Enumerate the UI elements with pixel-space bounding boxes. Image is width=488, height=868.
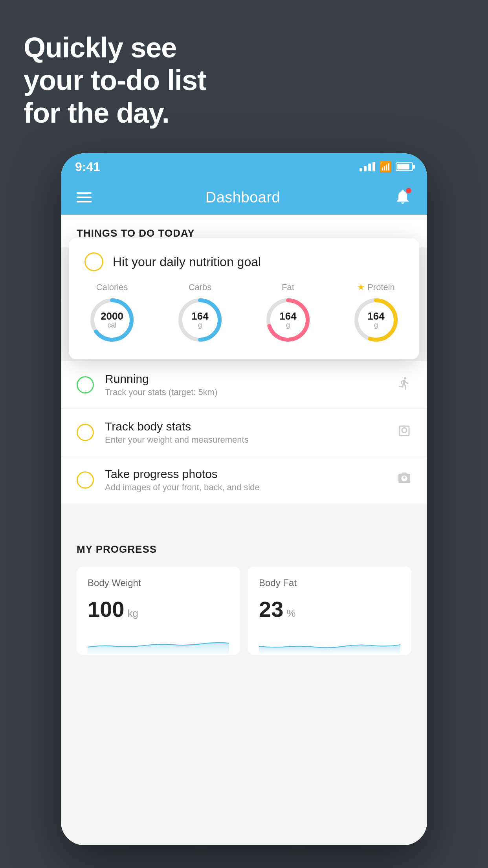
body-fat-unit: % bbox=[286, 607, 295, 620]
task-circle-running bbox=[77, 376, 94, 394]
fat-value: 164 bbox=[279, 311, 296, 321]
body-weight-card[interactable]: Body Weight 100 kg bbox=[77, 566, 240, 655]
fat-ring: 164 g bbox=[264, 296, 312, 344]
headline-line3: for the day. bbox=[24, 97, 206, 129]
nutrition-calories: Calories 2000 cal bbox=[88, 282, 136, 344]
phone-body: THINGS TO DO TODAY Hit your daily nutrit… bbox=[61, 215, 427, 845]
headline-line2: your to-do list bbox=[24, 64, 206, 97]
protein-ring: 164 g bbox=[352, 296, 400, 344]
status-icons: 📶 bbox=[360, 161, 413, 173]
headline-line1: Quickly see bbox=[24, 31, 206, 64]
wifi-icon: 📶 bbox=[379, 161, 392, 173]
photo-icon bbox=[397, 471, 411, 489]
fat-label: Fat bbox=[282, 282, 294, 292]
signal-icon bbox=[360, 162, 375, 171]
photos-subtitle: Add images of your front, back, and side bbox=[105, 482, 386, 493]
body-weight-unit: kg bbox=[127, 607, 138, 620]
progress-section: MY PROGRESS Body Weight 100 kg bbox=[61, 528, 427, 655]
nutrition-row: Calories 2000 cal Carbs bbox=[84, 282, 404, 344]
carbs-label: Carbs bbox=[189, 282, 212, 292]
running-text: Running Track your stats (target: 5km) bbox=[105, 372, 386, 397]
protein-unit: g bbox=[367, 321, 384, 329]
calories-ring: 2000 cal bbox=[88, 296, 136, 344]
nav-title: Dashboard bbox=[205, 189, 280, 206]
body-weight-value-row: 100 kg bbox=[88, 596, 229, 622]
nutrition-carbs: Carbs 164 g bbox=[176, 282, 224, 344]
body-weight-chart bbox=[88, 631, 229, 655]
body-fat-card[interactable]: Body Fat 23 % bbox=[248, 566, 411, 655]
carbs-unit: g bbox=[191, 321, 208, 329]
card-title: Hit your daily nutrition goal bbox=[113, 255, 261, 269]
body-stats-text: Track body stats Enter your weight and m… bbox=[105, 420, 386, 445]
shoe-icon bbox=[397, 376, 411, 394]
notification-dot bbox=[406, 188, 411, 193]
hamburger-menu[interactable] bbox=[77, 192, 92, 202]
notification-bell-icon[interactable] bbox=[394, 188, 411, 207]
running-subtitle: Track your stats (target: 5km) bbox=[105, 387, 386, 397]
nutrition-protein: ★ Protein 164 g bbox=[352, 282, 400, 344]
photos-title: Take progress photos bbox=[105, 467, 386, 481]
protein-value: 164 bbox=[367, 311, 384, 321]
calories-value: 2000 bbox=[101, 311, 123, 321]
carbs-ring: 164 g bbox=[176, 296, 224, 344]
body-fat-label: Body Fat bbox=[259, 577, 400, 588]
protein-label: Protein bbox=[367, 282, 395, 292]
task-circle-photos bbox=[77, 471, 94, 489]
body-weight-label: Body Weight bbox=[88, 577, 229, 588]
photos-text: Take progress photos Add images of your … bbox=[105, 467, 386, 493]
card-title-row: Hit your daily nutrition goal bbox=[84, 252, 404, 271]
list-item-body-stats[interactable]: Track body stats Enter your weight and m… bbox=[61, 409, 427, 456]
status-bar: 9:41 📶 bbox=[61, 153, 427, 180]
nutrition-card: Hit your daily nutrition goal Calories 2… bbox=[69, 238, 419, 359]
section-title: THINGS TO DO TODAY bbox=[77, 227, 195, 239]
battery-icon bbox=[396, 162, 413, 171]
body-stats-title: Track body stats bbox=[105, 420, 386, 433]
body-fat-value: 23 bbox=[259, 596, 283, 622]
list-item-running[interactable]: Running Track your stats (target: 5km) bbox=[61, 361, 427, 409]
progress-cards: Body Weight 100 kg bbox=[61, 566, 427, 655]
calories-unit: cal bbox=[101, 321, 123, 329]
protein-label-row: ★ Protein bbox=[357, 282, 395, 292]
list-item-photos[interactable]: Take progress photos Add images of your … bbox=[61, 456, 427, 504]
fat-unit: g bbox=[279, 321, 296, 329]
body-fat-value-row: 23 % bbox=[259, 596, 400, 622]
status-time: 9:41 bbox=[75, 160, 100, 174]
running-title: Running bbox=[105, 372, 386, 386]
scale-icon bbox=[397, 424, 411, 441]
body-weight-value: 100 bbox=[88, 596, 124, 622]
carbs-value: 164 bbox=[191, 311, 208, 321]
star-icon: ★ bbox=[357, 282, 365, 292]
task-circle-body-stats bbox=[77, 424, 94, 441]
nav-bar: Dashboard bbox=[61, 180, 427, 215]
nutrition-fat: Fat 164 g bbox=[264, 282, 312, 344]
progress-section-title: MY PROGRESS bbox=[61, 543, 427, 566]
calories-label: Calories bbox=[96, 282, 128, 292]
headline: Quickly see your to-do list for the day. bbox=[24, 31, 206, 129]
body-fat-chart bbox=[259, 631, 400, 655]
task-circle-nutrition[interactable] bbox=[84, 252, 103, 271]
body-stats-subtitle: Enter your weight and measurements bbox=[105, 435, 386, 445]
task-list: Running Track your stats (target: 5km) T… bbox=[61, 361, 427, 504]
phone-mockup: 9:41 📶 Dashboard bbox=[61, 153, 427, 845]
